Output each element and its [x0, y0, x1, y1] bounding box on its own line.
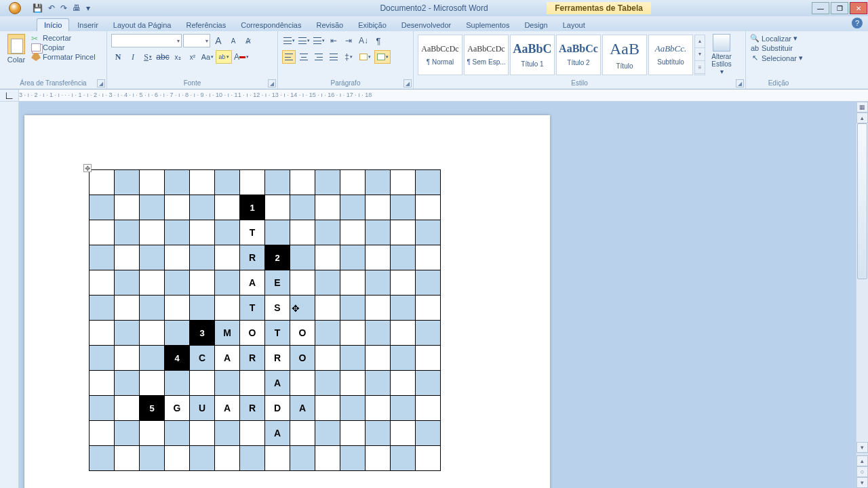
style-gallery-nav[interactable]: ▴▾≡ [694, 35, 705, 75]
office-button[interactable] [0, 0, 30, 16]
style-sem-espacamento[interactable]: AaBbCcDc¶ Sem Esp... [464, 35, 509, 75]
font-size-combo[interactable]: ▾ [183, 34, 210, 47]
change-styles-button[interactable]: Alterar Estilos ▾ [707, 34, 736, 75]
table-cell[interactable]: T [265, 321, 290, 346]
table-cell[interactable] [115, 421, 140, 446]
qat-more-icon[interactable]: ▾ [86, 3, 90, 13]
table-cell[interactable] [140, 346, 165, 371]
table-cell[interactable] [340, 371, 366, 396]
table-move-handle[interactable]: ✥ [83, 164, 92, 172]
table-cell[interactable] [115, 296, 140, 321]
table-cell[interactable]: R [265, 346, 290, 371]
align-right-button[interactable] [312, 50, 326, 64]
shading-button[interactable]: ▾ [357, 50, 373, 64]
table-cell[interactable] [340, 396, 366, 421]
styles-launcher[interactable]: ◢ [736, 79, 744, 87]
table-cell[interactable] [416, 396, 441, 421]
table-cell[interactable] [215, 296, 240, 321]
table-cell[interactable] [290, 421, 315, 446]
table-cell[interactable] [265, 170, 290, 195]
scroll-down-button[interactable]: ▾ [856, 442, 868, 453]
table-cell[interactable] [315, 396, 340, 421]
table-cell[interactable] [391, 220, 416, 245]
table-cell[interactable] [90, 396, 115, 421]
table-cell[interactable] [366, 321, 391, 346]
copy-button[interactable]: Copiar [31, 43, 96, 52]
align-left-button[interactable] [282, 50, 296, 64]
italic-button[interactable]: I [126, 50, 140, 64]
next-page-button[interactable]: ▾ [856, 477, 868, 488]
grow-font-button[interactable]: A [212, 34, 225, 47]
table-cell[interactable] [140, 220, 165, 245]
table-cell[interactable]: O [290, 321, 315, 346]
table-cell[interactable] [416, 346, 441, 371]
table-cell[interactable] [315, 195, 340, 220]
table-cell[interactable] [165, 421, 190, 446]
table-cell[interactable] [165, 270, 190, 296]
table-cell[interactable] [90, 346, 115, 371]
table-cell[interactable] [416, 170, 441, 195]
table-cell[interactable] [115, 245, 140, 270]
clipboard-launcher[interactable]: ◢ [97, 79, 105, 87]
table-cell[interactable] [140, 321, 165, 346]
table-cell[interactable]: A [290, 396, 315, 421]
table-cell[interactable] [391, 396, 416, 421]
table-cell[interactable]: T [240, 296, 265, 321]
table-cell[interactable] [190, 220, 215, 245]
style-titulo[interactable]: AaBTítulo [602, 35, 647, 75]
style-normal[interactable]: AaBbCcDc¶ Normal [418, 35, 462, 75]
table-cell[interactable] [215, 195, 240, 220]
multilevel-button[interactable]: ▾ [312, 34, 326, 47]
table-cell[interactable] [391, 321, 416, 346]
table-cell[interactable] [416, 421, 441, 446]
table-cell[interactable]: A [265, 421, 290, 446]
table-cell[interactable] [215, 371, 240, 396]
borders-button[interactable]: ▾ [374, 50, 391, 64]
table-cell[interactable]: 2 [265, 245, 290, 270]
table-cell[interactable] [140, 446, 165, 471]
table-cell[interactable] [240, 371, 265, 396]
table-cell[interactable] [240, 421, 265, 446]
prev-page-button[interactable]: ▴ [856, 455, 868, 466]
table-cell[interactable] [340, 446, 366, 471]
table-cell[interactable] [90, 170, 115, 195]
table-cell[interactable] [290, 371, 315, 396]
table-cell[interactable] [366, 296, 391, 321]
document-area[interactable]: ✥ 1TR2AETS3MOTO4CARROA5GUARDAA ✥ [19, 102, 856, 488]
numbering-button[interactable]: ▾ [297, 34, 311, 47]
table-cell[interactable] [90, 421, 115, 446]
table-cell[interactable]: A [240, 270, 265, 296]
tab-suplementos[interactable]: Suplementos [459, 19, 516, 31]
decrease-indent-button[interactable]: ⇤ [327, 34, 340, 47]
table-cell[interactable] [290, 270, 315, 296]
table-cell[interactable]: 1 [240, 195, 265, 220]
tab-desenvolvedor[interactable]: Desenvolvedor [395, 19, 458, 31]
table-cell[interactable] [416, 245, 441, 270]
highlight-button[interactable]: ab▾ [216, 50, 232, 64]
sort-button[interactable]: A↓ [357, 34, 370, 47]
browse-object-button[interactable]: ○ [856, 466, 868, 477]
paste-button[interactable]: Colar [4, 34, 28, 64]
table-cell[interactable] [115, 396, 140, 421]
table-cell[interactable] [240, 170, 265, 195]
underline-button[interactable]: S▾ [141, 50, 155, 64]
table-cell[interactable] [315, 170, 340, 195]
table-cell[interactable] [391, 446, 416, 471]
bullets-button[interactable]: ▾ [282, 34, 296, 47]
table-cell[interactable] [240, 446, 265, 471]
print-icon[interactable]: 🖶 [73, 3, 81, 13]
table-cell[interactable] [165, 296, 190, 321]
table-cell[interactable]: R [240, 346, 265, 371]
table-cell[interactable]: A [215, 346, 240, 371]
table-cell[interactable] [165, 245, 190, 270]
tab-layout[interactable]: Layout [556, 19, 592, 31]
table-cell[interactable] [391, 170, 416, 195]
bold-button[interactable]: N [111, 50, 125, 64]
table-cell[interactable] [315, 245, 340, 270]
table-cell[interactable] [215, 270, 240, 296]
table-cell[interactable] [315, 220, 340, 245]
table-cell[interactable] [90, 195, 115, 220]
table-cell[interactable] [340, 270, 366, 296]
superscript-button[interactable]: x² [186, 50, 199, 64]
tab-revisao[interactable]: Revisão [309, 19, 350, 31]
